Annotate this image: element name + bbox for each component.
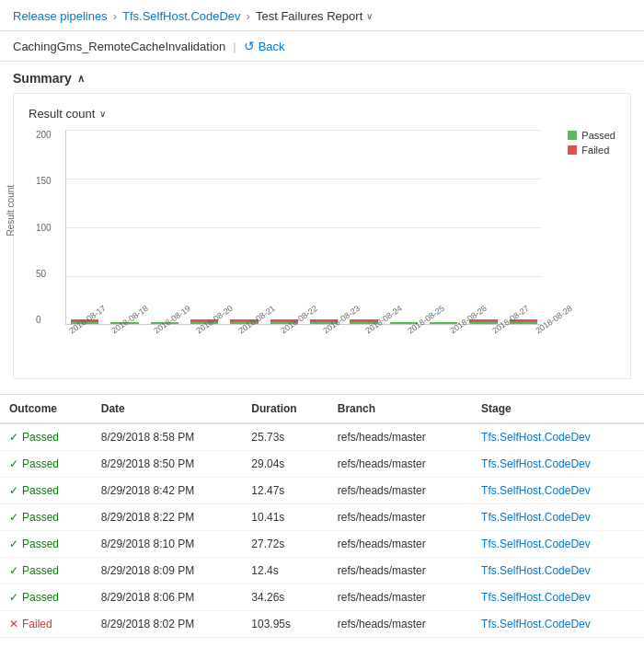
col-duration: Duration	[242, 395, 328, 423]
bar-group	[465, 130, 501, 324]
y-tick-100: 100	[36, 223, 52, 233]
duration-cell: 27.72s	[242, 531, 328, 558]
col-date: Date	[92, 395, 243, 423]
branch-cell: refs/heads/master	[328, 584, 472, 611]
bar-group	[305, 130, 342, 324]
outcome-passed: ✓ Passed	[9, 484, 83, 497]
date-cell: 8/29/2018 8:10 PM	[92, 531, 243, 558]
breadcrumb-bar: Release pipelines › Tfs.SelfHost.CodeDev…	[0, 0, 644, 31]
breadcrumb-dropdown-icon[interactable]: ∨	[366, 11, 373, 21]
back-button[interactable]: ↺ Back	[244, 39, 285, 53]
branch-cell: refs/heads/master	[328, 611, 472, 638]
summary-header[interactable]: Summary ∧	[13, 71, 631, 86]
table-row: ✓ Passed8/29/2018 8:10 PM27.72srefs/head…	[0, 531, 644, 558]
branch-cell: refs/heads/master	[328, 451, 472, 478]
x-axis: 2018-08-172018-08-182018-08-192018-08-20…	[65, 325, 542, 351]
results-table: Outcome Date Duration Branch Stage ✓ Pas…	[0, 395, 644, 638]
branch-cell: refs/heads/master	[328, 558, 472, 584]
breadcrumb-sep-2: ›	[247, 9, 250, 23]
date-cell: 8/29/2018 8:42 PM	[92, 478, 243, 504]
table-row: ✓ Passed8/29/2018 8:50 PM29.04srefs/head…	[0, 451, 644, 478]
chart-title-label: Result count	[29, 107, 95, 121]
bar-group	[385, 130, 422, 324]
outcome-passed: ✓ Passed	[9, 591, 83, 604]
bars-container	[65, 130, 542, 325]
date-cell: 8/29/2018 8:09 PM	[92, 558, 243, 584]
stage-link[interactable]: Tfs.SelfHost.CodeDev	[481, 511, 591, 524]
duration-cell: 34.26s	[242, 584, 328, 611]
y-axis-label: Result count	[6, 185, 16, 237]
bars-wrapper: 200 150 100 50 0	[65, 130, 542, 325]
check-icon: ✓	[9, 564, 18, 577]
table-body: ✓ Passed8/29/2018 8:58 PM25.73srefs/head…	[0, 423, 644, 638]
summary-label: Summary	[13, 71, 72, 86]
breadcrumb-release-pipelines[interactable]: Release pipelines	[13, 9, 108, 23]
stage-link[interactable]: Tfs.SelfHost.CodeDev	[481, 538, 591, 550]
bar-group	[266, 130, 303, 324]
duration-cell: 25.73s	[242, 423, 328, 451]
outcome-passed: ✓ Passed	[9, 538, 83, 550]
y-axis-ticks: 200 150 100 50 0	[36, 130, 52, 325]
col-branch: Branch	[328, 395, 472, 423]
date-cell: 8/29/2018 8:50 PM	[92, 451, 243, 478]
chart-area: Passed Failed Result count	[29, 130, 615, 369]
table-header-row: Outcome Date Duration Branch Stage	[0, 395, 644, 423]
table-row: ✓ Passed8/29/2018 8:09 PM12.4srefs/heads…	[0, 558, 644, 584]
y-tick-150: 150	[36, 176, 52, 186]
summary-section: Summary ∧ Result count ∨ Passed Failed R…	[0, 62, 644, 394]
col-stage: Stage	[472, 395, 644, 423]
outcome-failed: ✕ Failed	[9, 618, 83, 630]
results-table-section: Outcome Date Duration Branch Stage ✓ Pas…	[0, 394, 644, 638]
bar-group	[146, 130, 183, 324]
check-icon: ✓	[9, 511, 18, 524]
date-cell: 8/29/2018 8:58 PM	[92, 423, 243, 451]
back-label: Back	[259, 40, 285, 53]
stage-link[interactable]: Tfs.SelfHost.CodeDev	[481, 457, 591, 470]
stage-link[interactable]: Tfs.SelfHost.CodeDev	[481, 564, 591, 577]
table-row: ✕ Failed8/29/2018 8:02 PM103.95srefs/hea…	[0, 611, 644, 638]
breadcrumb-sep-1: ›	[113, 9, 117, 23]
y-tick-200: 200	[36, 130, 52, 140]
col-outcome: Outcome	[0, 395, 92, 423]
check-icon: ✓	[9, 538, 18, 550]
check-icon: ✓	[9, 457, 18, 470]
sub-header-sep: |	[233, 40, 236, 53]
stage-link[interactable]: Tfs.SelfHost.CodeDev	[481, 618, 591, 630]
check-icon: ✓	[9, 591, 18, 604]
bar-group	[225, 130, 262, 324]
duration-cell: 10.41s	[242, 504, 328, 531]
duration-cell: 103.95s	[242, 611, 328, 638]
x-icon: ✕	[9, 618, 18, 630]
breadcrumb-report-name: Test Failures Report	[256, 9, 362, 23]
duration-cell: 12.47s	[242, 478, 328, 504]
branch-cell: refs/heads/master	[328, 504, 472, 531]
table-row: ✓ Passed8/29/2018 8:22 PM10.41srefs/head…	[0, 504, 644, 531]
outcome-passed: ✓ Passed	[9, 511, 83, 524]
back-icon: ↺	[244, 39, 255, 53]
check-icon: ✓	[9, 431, 18, 444]
breadcrumb-pipeline-name[interactable]: Tfs.SelfHost.CodeDev	[122, 9, 241, 23]
branch-cell: refs/heads/master	[328, 478, 472, 504]
stage-link[interactable]: Tfs.SelfHost.CodeDev	[481, 591, 591, 604]
duration-cell: 29.04s	[242, 451, 328, 478]
bar-group	[186, 130, 223, 324]
duration-cell: 12.4s	[242, 558, 328, 584]
outcome-passed: ✓ Passed	[9, 431, 83, 444]
pipeline-name-label: CachingGms_RemoteCacheInvalidation	[13, 40, 225, 53]
y-tick-50: 50	[36, 269, 52, 279]
stage-link[interactable]: Tfs.SelfHost.CodeDev	[481, 484, 591, 497]
table-row: ✓ Passed8/29/2018 8:58 PM25.73srefs/head…	[0, 423, 644, 451]
bar-group	[106, 130, 143, 324]
stage-link[interactable]: Tfs.SelfHost.CodeDev	[481, 431, 591, 444]
branch-cell: refs/heads/master	[328, 423, 472, 451]
date-cell: 8/29/2018 8:02 PM	[92, 611, 243, 638]
table-row: ✓ Passed8/29/2018 8:06 PM34.26srefs/head…	[0, 584, 644, 611]
chart-dropdown-icon: ∨	[99, 109, 106, 119]
y-tick-0: 0	[36, 315, 52, 325]
chart-inner-wrap: Result count 200 150 100	[36, 130, 615, 351]
bar-group	[66, 130, 103, 324]
summary-chevron-icon: ∧	[77, 73, 85, 85]
chart-title[interactable]: Result count ∨	[29, 107, 615, 121]
table-row: ✓ Passed8/29/2018 8:42 PM12.47srefs/head…	[0, 478, 644, 504]
date-cell: 8/29/2018 8:22 PM	[92, 504, 243, 531]
